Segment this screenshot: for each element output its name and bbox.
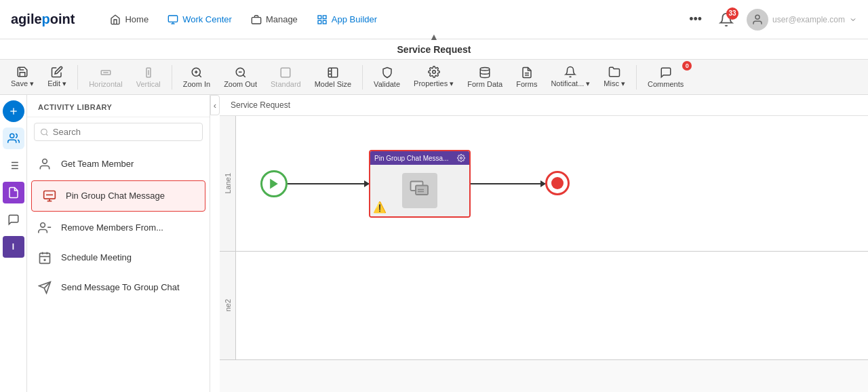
nav-manage[interactable]: Manage	[243, 10, 306, 29]
zoom-out-icon	[235, 66, 247, 79]
get-team-member-icon	[35, 155, 54, 174]
remove-member-icon	[35, 218, 54, 237]
flow-node-header: Pin Group Chat Messa...	[370, 151, 469, 165]
svg-line-36	[46, 134, 47, 135]
vertical-button[interactable]: Vertical	[131, 64, 166, 91]
panel-collapse-handle[interactable]: ‹	[210, 95, 220, 115]
chat-icon-btn[interactable]	[3, 209, 24, 231]
sep3	[362, 65, 363, 90]
list-item-remove-members[interactable]: Remove Members From...	[27, 213, 210, 243]
zoom-out-button[interactable]: Zoom Out	[218, 64, 262, 91]
id-icon-text: I	[12, 242, 14, 252]
briefcase-icon	[251, 14, 262, 25]
lane-1-label-text: Lane1	[224, 173, 232, 194]
form-data-label: Form Data	[467, 80, 502, 88]
main-layout: I ACTIVITY LIBRARY Get Team Member Pin G…	[0, 95, 868, 392]
monitor-icon	[167, 14, 178, 25]
horizontal-label: Horizontal	[89, 80, 123, 88]
pin-group-chat-label: Pin Group Chat Message	[66, 191, 165, 202]
svg-point-53	[460, 157, 462, 159]
model-size-button[interactable]: Model Size	[309, 64, 357, 91]
nav-more-btn[interactable]: •••	[685, 8, 706, 31]
collapse-btn[interactable]: ▲	[429, 31, 439, 42]
form-data-button[interactable]: Form Data	[462, 64, 508, 91]
schedule-icon	[35, 248, 54, 267]
svg-rect-21	[328, 68, 338, 77]
sep1	[77, 65, 78, 90]
flow-end-node[interactable]	[545, 171, 570, 195]
pin-chat-node-icon	[408, 178, 432, 203]
svg-point-23	[480, 67, 490, 71]
note-icon-btn[interactable]	[3, 182, 24, 203]
list-item-send-message[interactable]: Send Message To Group Chat	[27, 273, 210, 302]
grid-icon	[317, 14, 328, 25]
zoom-out-label: Zoom Out	[224, 80, 257, 88]
flow-start-node[interactable]	[260, 170, 288, 197]
flow-node-body: ⚠️	[370, 165, 469, 216]
edit-button[interactable]: Edit ▾	[42, 63, 72, 91]
misc-icon	[608, 66, 620, 78]
forms-button[interactable]: Forms	[511, 64, 542, 91]
list-item-schedule-meeting[interactable]: Schedule Meeting	[27, 243, 210, 273]
notif-label: Notificat... ▾	[551, 79, 590, 88]
validate-button[interactable]: Validate	[368, 64, 406, 91]
search-box	[34, 123, 203, 141]
teams-icon	[7, 132, 20, 144]
avatar-circle	[747, 9, 768, 31]
edit-label: Edit ▾	[47, 79, 66, 88]
search-input[interactable]	[53, 127, 197, 137]
nav-home-label: Home	[125, 14, 149, 24]
user-icon	[751, 14, 764, 26]
misc-button[interactable]: Misc ▾	[598, 63, 631, 91]
nav-items: Home Work Center Manage App Builder	[102, 10, 685, 29]
search-icon	[40, 128, 49, 137]
nav-right: ••• 33 user@example.com	[685, 7, 857, 32]
standard-icon	[279, 66, 292, 79]
user-avatar[interactable]: user@example.com	[747, 9, 857, 31]
notifications-btn[interactable]: 33	[714, 7, 738, 32]
add-activity-btn[interactable]	[3, 100, 24, 122]
svg-point-22	[432, 71, 435, 74]
svg-point-42	[41, 223, 45, 228]
id-icon-btn[interactable]: I	[3, 236, 24, 258]
save-button[interactable]: Save ▾	[5, 63, 39, 91]
flow-node-pin[interactable]: Pin Group Chat Messa... ⚠️	[369, 150, 471, 218]
svg-point-35	[41, 129, 47, 135]
comments-button[interactable]: 0 Comments	[642, 64, 689, 91]
node-settings-icon[interactable]	[457, 154, 465, 162]
username: user@example.com	[772, 15, 845, 24]
standard-button[interactable]: Standard	[265, 64, 307, 91]
sep4	[636, 65, 637, 90]
list-item-get-team-member[interactable]: Get Team Member	[27, 149, 210, 179]
forms-icon	[521, 66, 533, 79]
vertical-label: Vertical	[136, 80, 161, 88]
lane-2-label-text: ne2	[224, 299, 232, 311]
chevron-down-icon	[849, 16, 857, 24]
remove-members-label: Remove Members From...	[61, 222, 163, 234]
play-icon	[267, 177, 281, 191]
svg-rect-4	[318, 16, 321, 19]
nav-home[interactable]: Home	[102, 10, 157, 29]
pin-chat-icon	[40, 187, 59, 205]
list-icon-btn[interactable]	[3, 155, 24, 176]
subtitle-bar: ▲ Service Request	[0, 39, 868, 60]
nav-work-center-label: Work Center	[182, 14, 232, 24]
nav-manage-label: Manage	[266, 14, 298, 24]
sep2	[172, 65, 172, 90]
comments-icon	[660, 66, 672, 79]
properties-button[interactable]: Properties ▾	[408, 63, 459, 91]
svg-point-28	[9, 134, 14, 138]
canvas-area: Service Request Lane1 Pin Group Chat	[220, 95, 868, 392]
horizontal-button[interactable]: Horizontal	[83, 64, 128, 91]
save-label: Save ▾	[11, 79, 34, 88]
nav-work-center[interactable]: Work Center	[159, 10, 240, 29]
svg-line-18	[243, 75, 245, 77]
list-item-pin-group-chat[interactable]: Pin Group Chat Message	[31, 180, 205, 212]
nav-app-builder[interactable]: App Builder	[309, 10, 385, 29]
model-size-label: Model Size	[315, 80, 351, 88]
misc-label: Misc ▾	[604, 79, 625, 88]
zoom-in-button[interactable]: Zoom In	[178, 64, 216, 91]
notifications-toolbar-button[interactable]: Notificat... ▾	[545, 63, 595, 91]
teams-icon-btn[interactable]	[3, 128, 24, 149]
svg-rect-6	[318, 20, 321, 24]
